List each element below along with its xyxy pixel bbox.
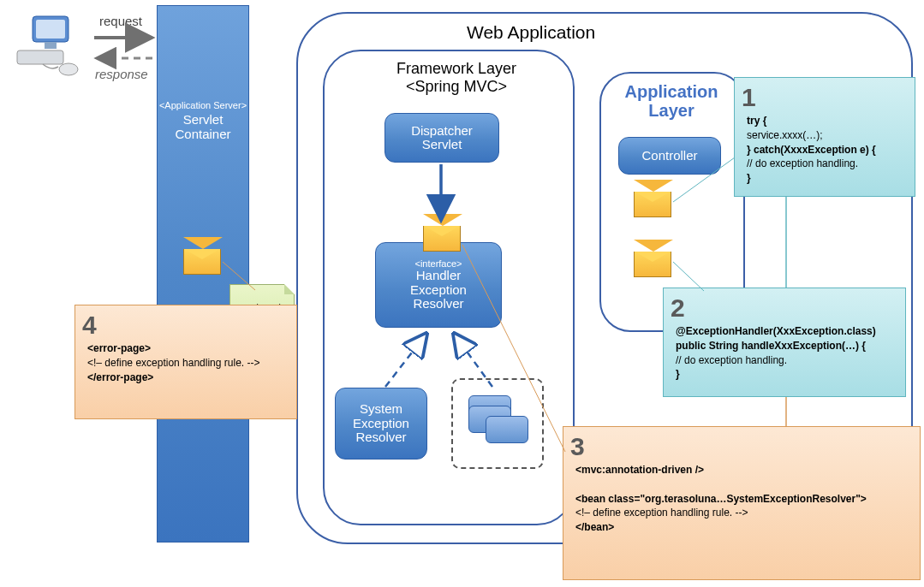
web-application-title: Web Application	[467, 22, 595, 43]
system-exception-resolver-node: System Exception Resolver	[335, 388, 427, 460]
servlet-stereotype: <Application Server>	[158, 100, 248, 110]
envelope-icon-her	[423, 226, 461, 252]
svg-rect-3	[17, 50, 63, 64]
envelope-icon-webxml	[183, 249, 221, 275]
request-label: request	[99, 14, 142, 28]
servlet-name-1: Servlet	[183, 112, 224, 127]
response-label: response	[95, 67, 148, 81]
svg-point-4	[59, 63, 78, 75]
envelope-icon-controller-1	[634, 192, 671, 217]
svg-rect-1	[36, 20, 65, 39]
callout-3: 3 <mvc:annotation-driven /> <bean class=…	[563, 426, 921, 580]
framework-layer-title: Framework Layer <Spring MVC>	[384, 60, 529, 95]
envelope-icon-controller-2	[634, 252, 671, 277]
servlet-name-2: Container	[175, 127, 230, 141]
callout-1: 1 try { service.xxxx(…); } catch(XxxxExc…	[734, 77, 915, 197]
svg-rect-2	[45, 42, 57, 49]
callout-4: 4 <error-page> <!– define exception hand…	[75, 305, 297, 419]
callout-2: 2 @ExceptionHandler(XxxException.class) …	[663, 288, 906, 397]
controller-node: Controller	[618, 137, 721, 175]
application-layer-title: Application Layer	[620, 82, 723, 120]
handler-exception-resolver-node: <interface> Handler Exception Resolver	[375, 242, 502, 328]
client-computer-icon	[9, 13, 86, 85]
dispatcher-servlet-node: Dispatcher Servlet	[385, 113, 499, 163]
